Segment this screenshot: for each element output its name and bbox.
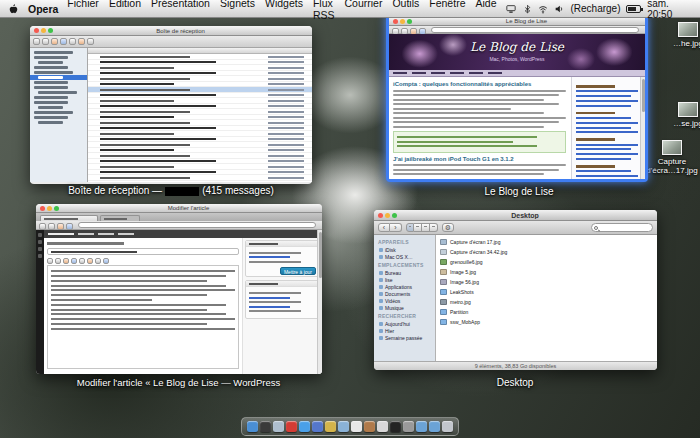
menu-item[interactable]: Fichier [67,0,99,21]
menu-item[interactable]: Présentation [151,0,210,21]
close-button[interactable] [34,28,39,33]
dock-icon[interactable] [299,421,310,432]
browser-tab-active[interactable] [40,215,98,221]
coverflow-view-button[interactable] [430,223,438,232]
mail-message-list[interactable] [88,48,312,182]
opera-panel-strip[interactable] [36,230,44,374]
apple-menu-icon[interactable] [8,3,19,15]
editor-toolbar[interactable] [47,257,239,265]
forward-button[interactable]: › [390,223,402,232]
text-line [95,258,101,264]
dock-icon[interactable] [390,421,401,432]
file-row[interactable]: ssw_MobApp [436,317,657,327]
dock-icon[interactable] [325,421,336,432]
mail-titlebar: Boîte de réception [30,26,312,36]
file-row[interactable]: Image 5.jpg [436,267,657,277]
file-row[interactable]: LeakShots [436,287,657,297]
dock-icon[interactable] [338,421,349,432]
expose-window-finder[interactable]: Desktop ‹› ⚙ APPAREILS iDiskMac OS X… EM… [374,210,657,370]
sidebar-item[interactable]: Applications [376,283,435,290]
blog-nav-bar[interactable] [389,70,645,77]
menu-item[interactable]: Fenêtre [429,0,465,21]
mail-folder-tree[interactable] [30,48,88,182]
menu-item[interactable]: Signets [220,0,255,21]
menu-item[interactable]: Widgets [265,0,303,21]
post-title-input[interactable] [47,248,239,255]
wordpress-admin-header[interactable] [44,230,322,238]
post-content-textarea[interactable] [47,265,239,369]
scrollbar[interactable] [317,230,322,374]
icon-view-button[interactable] [406,223,414,232]
airport-wifi-icon[interactable] [538,3,548,14]
dock-icon[interactable] [403,421,414,432]
dock-icon[interactable] [286,421,297,432]
sidebar-item[interactable]: Vidéos [376,297,435,304]
scrollbar-thumb[interactable] [319,232,322,278]
menu-item[interactable]: Édition [109,0,141,21]
volume-icon[interactable] [554,3,564,14]
dock-icon[interactable] [377,421,388,432]
address-bar[interactable] [431,27,639,33]
update-post-button[interactable]: Mettre à jour [280,267,316,275]
dock-icon[interactable] [442,421,453,432]
close-button[interactable] [378,213,383,218]
dock-icon[interactable] [260,421,271,432]
back-button[interactable]: ‹ [378,223,390,232]
sidebar-item[interactable]: Musique [376,304,435,311]
desktop-icon[interactable]: …he.jpg [662,22,700,48]
menu-item[interactable]: Flux RSS [313,0,335,21]
sidebar-item[interactable]: Mac OS X… [376,253,435,260]
blog-post-title[interactable]: J'ai jailbreaké mon iPod Touch G1 en 3.1… [393,156,566,162]
file-row[interactable]: Capture d'écran 34.42.jpg [436,247,657,257]
menu-item[interactable]: Courrier [345,0,383,21]
column-view-button[interactable] [422,223,430,232]
desktop-icon[interactable]: …se.jpg [662,102,700,128]
dock-icon[interactable] [416,421,427,432]
sidebar-item[interactable]: Documents [376,290,435,297]
action-gear-button[interactable]: ⚙ [442,223,454,232]
scrollbar[interactable] [640,77,645,179]
sidebar-item[interactable]: Hier [376,327,435,334]
dock-icon[interactable] [429,421,440,432]
display-icon[interactable] [506,3,516,14]
desktop-icon[interactable]: Capture d'écra…17.jpg [646,140,698,175]
menu-item[interactable]: Outils [392,0,419,21]
file-row[interactable]: Image 56.jpg [436,277,657,287]
sidebar-item[interactable]: Bureau [376,269,435,276]
file-row[interactable]: metro.jpg [436,297,657,307]
module-links[interactable] [248,252,317,263]
app-menu-name[interactable]: Opera [28,3,58,15]
scrollbar-thumb[interactable] [642,79,645,112]
sidebar-item[interactable]: iDisk [376,246,435,253]
menu-bar-clock[interactable]: sam. 20:50 [647,0,692,20]
file-row[interactable]: Partition [436,307,657,317]
expose-window-mail[interactable]: Boîte de réception [30,26,312,184]
minimize-button[interactable] [41,28,46,33]
sidebar-item[interactable]: Semaine passée [376,334,435,341]
dock-icon[interactable] [364,421,375,432]
dock-icon[interactable] [351,421,362,432]
browser-tab[interactable] [100,215,140,221]
blog-post-title[interactable]: iCompta : quelques fonctionnalités appré… [393,81,566,87]
text-line [103,258,109,264]
dock-icon[interactable] [312,421,323,432]
address-bar[interactable] [78,222,316,228]
sidebar-item[interactable]: lise [376,276,435,283]
expose-window-blog[interactable]: Le Blog de Lise Le Blog de Lise Mac, Pho… [386,14,648,182]
expose-window-wordpress[interactable]: Modifier l'article [36,204,322,374]
dock-icon[interactable] [273,421,284,432]
blog-sidebar[interactable] [571,77,645,179]
bluetooth-icon[interactable] [522,3,532,14]
minimize-button[interactable] [47,206,52,211]
sidebar-item[interactable]: Aujourd'hui [376,320,435,327]
file-row[interactable]: grenouille6.jpg [436,257,657,267]
close-button[interactable] [40,206,45,211]
list-view-button[interactable] [414,223,422,232]
minimize-button[interactable] [385,213,390,218]
file-row[interactable]: Capture d'écran 17.jpg [436,237,657,247]
menu-item[interactable]: Aide [475,0,496,21]
search-input[interactable] [591,223,653,232]
battery-icon[interactable] [626,5,641,13]
battery-status-text[interactable]: (Recharge) [570,3,620,14]
dock-icon[interactable] [247,421,258,432]
